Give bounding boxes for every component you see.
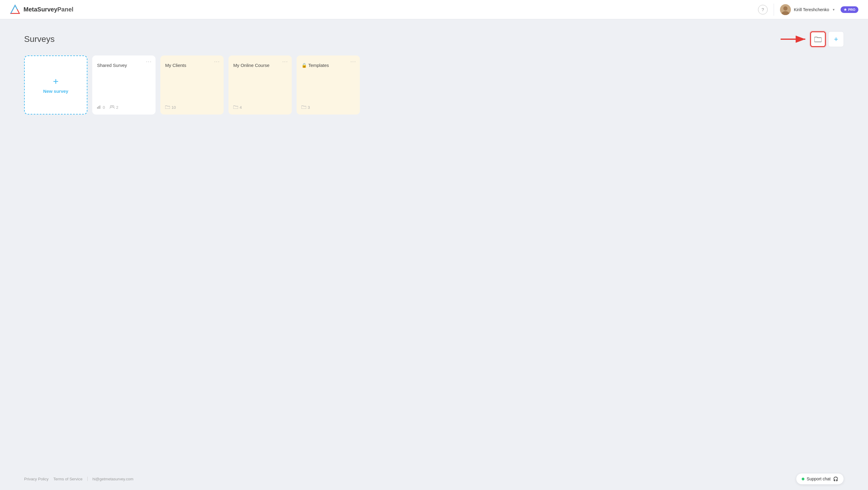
folder-stat: 10 <box>165 105 176 110</box>
add-survey-button[interactable]: + <box>828 31 844 47</box>
svg-point-10 <box>112 105 114 107</box>
survey-card-clients[interactable]: ··· My Clients 10 <box>160 56 224 115</box>
logo-text: MetaSurveyPanel <box>24 6 73 13</box>
folder-icon <box>814 36 822 42</box>
card-footer: 0 2 <box>97 100 151 110</box>
card-footer: 3 <box>301 100 355 110</box>
annotation-arrow <box>781 33 808 45</box>
card-menu-button[interactable]: ··· <box>214 59 220 64</box>
folder-icon <box>233 105 238 110</box>
card-menu-button[interactable]: ··· <box>146 59 152 64</box>
svg-point-9 <box>110 105 112 107</box>
card-name: 🔒 Templates <box>301 63 355 68</box>
svg-rect-7 <box>98 106 99 109</box>
people-icon <box>110 105 115 110</box>
card-name: Shared Survey <box>97 63 151 68</box>
svg-marker-0 <box>11 5 20 13</box>
bar-chart-stat: 0 <box>97 105 105 110</box>
card-menu-button[interactable]: ··· <box>282 59 288 64</box>
new-survey-card[interactable]: + New survey <box>24 56 87 115</box>
cards-row: + New survey ··· Shared Survey 0 2 <box>24 56 844 115</box>
main-content: Surveys + <box>0 19 868 468</box>
contact-email: hi@getmetasurvey.com <box>93 477 133 481</box>
toolbar-buttons: + <box>810 31 844 47</box>
bar-chart-icon <box>97 105 101 110</box>
svg-rect-8 <box>99 105 100 109</box>
folder-stat: 3 <box>301 105 310 110</box>
folder-icon <box>301 105 306 110</box>
folder-stat: 4 <box>233 105 242 110</box>
header-divider <box>774 4 774 16</box>
svg-rect-6 <box>97 107 98 109</box>
privacy-policy-link[interactable]: Privacy Policy <box>24 477 49 481</box>
people-stat: 2 <box>110 105 118 110</box>
card-menu-button[interactable]: ··· <box>350 59 356 64</box>
new-survey-label: New survey <box>43 89 68 94</box>
help-button[interactable]: ? <box>758 5 768 14</box>
survey-card-templates[interactable]: ··· 🔒 Templates 3 <box>297 56 360 115</box>
avatar <box>780 4 791 15</box>
star-icon: ★ <box>844 7 847 12</box>
logo-icon <box>10 4 21 15</box>
surveys-header: Surveys + <box>24 31 844 47</box>
avatar-image <box>780 4 791 15</box>
support-chat-label: Support chat <box>807 477 831 481</box>
header: MetaSurveyPanel ? Kirill Tereshchenko ▾ … <box>0 0 868 19</box>
support-chat-button[interactable]: Support chat 🎧 <box>796 473 844 485</box>
footer: Privacy Policy Terms of Service hi@getme… <box>0 468 868 490</box>
page-title: Surveys <box>24 34 55 44</box>
header-right: ? Kirill Tereshchenko ▾ ★ PRO <box>758 4 858 16</box>
new-survey-plus-icon: + <box>53 76 59 86</box>
survey-card-shared[interactable]: ··· Shared Survey 0 2 <box>92 56 156 115</box>
user-name: Kirill Tereshchenko <box>794 7 829 12</box>
support-chat-emoji: 🎧 <box>833 477 838 481</box>
red-arrow-svg <box>781 33 808 45</box>
folder-icon <box>165 105 170 110</box>
card-name: My Online Course <box>233 63 287 68</box>
question-mark-icon: ? <box>762 7 764 12</box>
logo-area: MetaSurveyPanel <box>10 4 73 15</box>
card-name: My Clients <box>165 63 219 68</box>
terms-of-service-link[interactable]: Terms of Service <box>53 477 83 481</box>
support-online-dot <box>802 478 804 480</box>
footer-left: Privacy Policy Terms of Service hi@getme… <box>24 477 133 481</box>
svg-point-2 <box>783 6 787 10</box>
card-footer: 10 <box>165 100 219 110</box>
chevron-down-icon: ▾ <box>833 7 835 12</box>
folder-button[interactable] <box>810 31 826 47</box>
user-area[interactable]: Kirill Tereshchenko ▾ <box>780 4 835 15</box>
plus-icon: + <box>834 35 838 43</box>
footer-divider <box>87 477 88 481</box>
card-footer: 4 <box>233 100 287 110</box>
survey-card-online-course[interactable]: ··· My Online Course 4 <box>228 56 292 115</box>
pro-badge: ★ PRO <box>841 6 858 13</box>
